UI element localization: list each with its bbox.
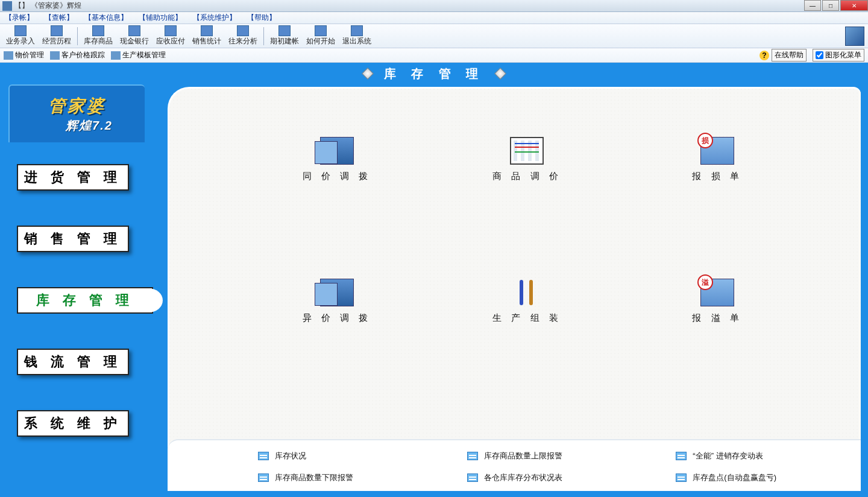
func-same-price-transfer[interactable]: 同 价 调 拨 [303, 137, 372, 182]
cash-bank-icon [128, 25, 140, 36]
table-icon [467, 473, 478, 482]
logo-line2: 辉煌7.2 [66, 118, 113, 134]
subtool-price-manage[interactable]: 物价管理 [4, 50, 44, 60]
link-upper-limit-alarm[interactable]: 库存商品数量上限报警 [467, 449, 628, 463]
table-icon [467, 452, 478, 460]
production-template-icon [111, 51, 121, 60]
sub-toolbar: 物价管理 客户价格跟踪 生产模板管理 ? 在线帮助 图形化菜单 [0, 48, 868, 63]
menu-query[interactable]: 【查帐】 [45, 13, 74, 23]
func-diff-price-transfer[interactable]: 异 价 调 拨 [303, 279, 372, 324]
tool-sales-stats[interactable]: 销售统计 [189, 24, 225, 48]
nav-purchase[interactable]: 进 货 管 理 [17, 164, 129, 191]
link-lower-limit-alarm[interactable]: 库存商品数量下限报警 [258, 470, 419, 485]
menu-system[interactable]: 【系统维护】 [193, 13, 236, 23]
main-toolbar: 业务录入 经营历程 库存商品 现金银行 应收应付 销售统计 往来分析 期初建帐 … [0, 24, 868, 48]
graphic-menu-toggle[interactable]: 图形化菜单 [813, 49, 864, 62]
menu-bar: 【录帐】 【查帐】 【基本信息】 【辅助功能】 【系统维护】 【帮助】 [0, 12, 868, 24]
close-button[interactable]: ✕ [840, 0, 868, 11]
warehouse-transfer-icon [320, 279, 354, 306]
loss-icon [700, 137, 734, 165]
table-icon [676, 452, 687, 460]
logo-line1: 管家婆 [48, 95, 106, 118]
window-titlebar: 【】 《管家婆》辉煌 — □ ✕ [0, 0, 868, 12]
tool-exit[interactable]: 退出系统 [339, 24, 375, 48]
link-inventory-status[interactable]: 库存状况 [258, 449, 419, 463]
toolbar-separator [77, 27, 78, 45]
exit-icon [351, 25, 363, 36]
decoration-diamond-icon [494, 68, 506, 80]
window-title: 【】 《管家婆》辉煌 [14, 1, 81, 11]
func-production-assembly[interactable]: 生 产 组 装 [492, 279, 562, 324]
menu-aux[interactable]: 【辅助功能】 [139, 13, 182, 23]
table-icon [258, 473, 269, 482]
link-warehouse-distribution[interactable]: 各仓库库存分布状况表 [467, 470, 628, 485]
content-panel: 同 价 调 拨 商 品 调 价 报 损 单 异 价 调 拨 生 产 组 装 报 … [168, 87, 861, 491]
initial-setup-icon [278, 25, 291, 36]
graphic-menu-checkbox[interactable] [816, 51, 823, 59]
nav-cashflow[interactable]: 钱 流 管 理 [17, 349, 129, 375]
overflow-icon [700, 279, 734, 306]
toolbar-separator [263, 27, 264, 45]
minimize-button[interactable]: — [804, 0, 821, 11]
online-help-button[interactable]: 在线帮助 [772, 49, 807, 62]
func-overflow-report[interactable]: 报 溢 单 [692, 279, 742, 324]
app-icon [2, 1, 12, 11]
tools-icon [510, 279, 544, 306]
contact-analysis-icon [237, 25, 249, 36]
how-to-start-icon [315, 25, 327, 36]
subtool-production-template[interactable]: 生产模板管理 [111, 50, 166, 60]
table-icon [676, 473, 687, 482]
warehouse-transfer-icon [320, 137, 354, 165]
menu-record[interactable]: 【录帐】 [5, 13, 34, 23]
brand-logo: 管家婆 辉煌7.2 [8, 84, 145, 142]
tool-business-entry[interactable]: 业务录入 [2, 24, 39, 48]
decoration-diamond-icon [362, 68, 374, 80]
brand-cube-icon [845, 27, 864, 46]
tool-cash-bank[interactable]: 现金银行 [116, 24, 153, 48]
side-panel: 管家婆 辉煌7.2 进 货 管 理 销 售 管 理 库 存 管 理 钱 流 管 … [8, 84, 153, 489]
side-nav: 进 货 管 理 销 售 管 理 库 存 管 理 钱 流 管 理 系 统 维 护 [8, 142, 145, 437]
subtool-customer-price-track[interactable]: 客户价格跟踪 [50, 50, 105, 60]
business-entry-icon [14, 25, 27, 36]
func-loss-report[interactable]: 报 损 单 [692, 137, 742, 182]
link-stocktaking[interactable]: 库存盘点(自动盘赢盘亏) [676, 470, 837, 485]
function-grid: 同 价 调 拨 商 品 调 价 报 损 单 异 价 调 拨 生 产 组 装 报 … [242, 137, 813, 324]
main-area: 库 存 管 理 管家婆 辉煌7.2 进 货 管 理 销 售 管 理 库 存 管 … [0, 63, 868, 497]
table-icon [258, 452, 269, 460]
tool-initial-setup[interactable]: 期初建帐 [266, 24, 303, 48]
customer-price-icon [50, 51, 60, 60]
price-manage-icon [4, 51, 13, 60]
menu-basic-info[interactable]: 【基本信息】 [84, 13, 128, 23]
link-full-change-report[interactable]: “全能” 进销存变动表 [676, 449, 837, 463]
nav-inventory[interactable]: 库 存 管 理 [17, 287, 153, 314]
bottom-link-bar: 库存状况 库存商品数量上限报警 “全能” 进销存变动表 库存商品数量下限报警 各… [168, 439, 861, 491]
menu-help[interactable]: 【帮助】 [247, 13, 276, 23]
inventory-icon [92, 25, 104, 36]
func-price-adjust[interactable]: 商 品 调 价 [492, 137, 562, 182]
price-chart-icon [510, 137, 544, 165]
main-header: 库 存 管 理 [0, 63, 868, 84]
tool-inventory[interactable]: 库存商品 [80, 24, 116, 48]
page-title: 库 存 管 理 [384, 66, 485, 82]
history-icon [51, 25, 63, 36]
tool-history[interactable]: 经营历程 [39, 24, 75, 48]
maximize-button[interactable]: □ [822, 0, 839, 11]
help-icon: ? [760, 51, 769, 60]
tool-receivable[interactable]: 应收应付 [153, 24, 189, 48]
nav-sales[interactable]: 销 售 管 理 [17, 226, 129, 252]
nav-system[interactable]: 系 统 维 护 [17, 410, 129, 437]
receivable-icon [165, 25, 177, 36]
tool-contact-analysis[interactable]: 往来分析 [225, 24, 261, 48]
sales-stats-icon [201, 25, 213, 36]
tool-how-to-start[interactable]: 如何开始 [303, 24, 339, 48]
